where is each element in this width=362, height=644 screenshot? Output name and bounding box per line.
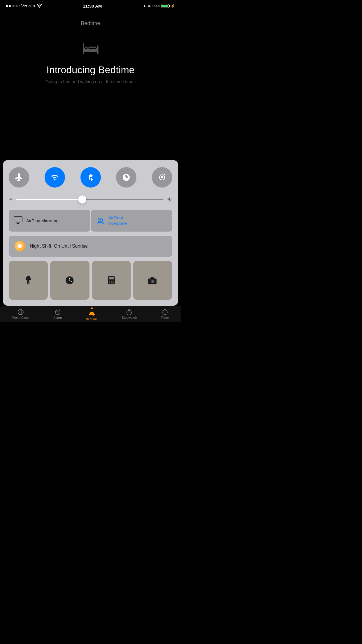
airplay-mirroring-button[interactable]: AirPlay Mirroring xyxy=(9,210,90,232)
wifi-status-icon xyxy=(37,4,42,8)
airplay-label: AirPlay Mirroring xyxy=(26,218,59,224)
svg-line-11 xyxy=(17,244,18,244)
svg-line-38 xyxy=(58,312,59,313)
status-left: Verizon xyxy=(6,4,42,8)
svg-line-39 xyxy=(55,309,56,310)
brightness-high-icon: ☀ xyxy=(166,196,172,203)
signal-dot-3 xyxy=(12,5,14,7)
tab-stopwatch-label: Stopwatch xyxy=(122,316,137,319)
brightness-thumb[interactable] xyxy=(78,195,86,204)
brightness-fill xyxy=(16,199,82,200)
svg-line-12 xyxy=(22,248,22,249)
bed-icon: 🛏 xyxy=(6,38,175,58)
svg-point-27 xyxy=(113,281,114,282)
signal-dot-5 xyxy=(17,5,20,7)
svg-rect-41 xyxy=(89,314,95,315)
brightness-row: ☀ ☀ xyxy=(9,196,172,203)
svg-point-30 xyxy=(113,282,114,284)
svg-rect-15 xyxy=(27,276,30,277)
airdrop-button[interactable]: AirDrop:Everyone xyxy=(91,210,173,232)
svg-rect-2 xyxy=(14,217,22,222)
background-app: Bedtime 🛏 Introducing Bedtime Going to b… xyxy=(0,12,181,90)
svg-point-5 xyxy=(99,219,101,220)
tab-bedtime-label: Bedtime xyxy=(86,317,98,321)
svg-point-28 xyxy=(109,282,110,284)
svg-point-29 xyxy=(111,282,112,284)
bluetooth-status-icon: ∗ xyxy=(148,4,151,8)
carrier-label: Verizon xyxy=(21,4,35,8)
airdrop-icon xyxy=(96,216,105,226)
tab-world-clock-label: World Clock xyxy=(12,316,29,319)
svg-point-26 xyxy=(111,281,112,282)
svg-point-0 xyxy=(54,179,55,180)
media-row: AirPlay Mirroring AirDrop:Everyone xyxy=(9,210,172,232)
do-not-disturb-button[interactable] xyxy=(116,167,136,188)
camera-button[interactable] xyxy=(133,261,172,300)
tab-alarm[interactable]: Alarm xyxy=(53,309,62,319)
tab-world-clock[interactable]: World Clock xyxy=(12,309,29,319)
battery-percent: 99% xyxy=(152,4,160,8)
svg-line-14 xyxy=(17,248,18,249)
rotation-lock-button[interactable] xyxy=(152,167,172,188)
intro-heading: Introducing Bedtime xyxy=(6,64,175,76)
tab-stopwatch[interactable]: Stopwatch xyxy=(122,309,137,319)
signal-dot-2 xyxy=(9,5,11,7)
control-center: ☀ ☀ AirPlay Mirroring xyxy=(3,160,178,306)
airplay-icon xyxy=(13,216,23,225)
svg-rect-17 xyxy=(28,282,29,284)
signal-dot-4 xyxy=(15,5,17,7)
svg-line-13 xyxy=(22,244,22,244)
svg-point-32 xyxy=(152,280,154,283)
svg-point-6 xyxy=(18,244,22,248)
svg-point-22 xyxy=(69,280,70,281)
battery-icon xyxy=(161,4,169,8)
status-bar: Verizon 11:30 AM ▲ ∗ 99% ⚡ xyxy=(0,0,181,12)
brightness-low-icon: ☀ xyxy=(9,197,13,202)
svg-rect-1 xyxy=(161,176,163,178)
toggle-row xyxy=(9,167,172,188)
quick-access-row xyxy=(9,261,172,300)
night-shift-label: Night Shift: On Until Sunrise xyxy=(30,244,88,249)
charging-icon: ⚡ xyxy=(171,4,175,8)
flashlight-button[interactable] xyxy=(9,261,48,300)
svg-rect-24 xyxy=(109,277,114,279)
app-title: Bedtime xyxy=(6,20,175,27)
intro-subtext: Going to bed and waking up at the same t… xyxy=(6,79,175,84)
svg-point-25 xyxy=(109,281,110,282)
tab-active-dot xyxy=(91,307,93,309)
bluetooth-button[interactable] xyxy=(80,167,101,188)
airplane-mode-button[interactable] xyxy=(9,167,29,188)
svg-marker-3 xyxy=(16,223,20,224)
night-shift-icon xyxy=(15,241,25,251)
wifi-button[interactable] xyxy=(45,167,65,188)
tab-bar: World Clock Alarm Bedtime Stopwatch xyxy=(0,306,181,322)
clock-button[interactable] xyxy=(50,261,89,300)
calculator-button[interactable] xyxy=(92,261,131,300)
night-shift-button[interactable]: Night Shift: On Until Sunrise xyxy=(9,236,172,257)
brightness-slider[interactable] xyxy=(16,199,163,200)
status-time: 11:30 AM xyxy=(83,4,102,8)
airdrop-label: AirDrop:Everyone xyxy=(108,215,127,226)
tab-alarm-label: Alarm xyxy=(53,316,62,319)
tab-timer[interactable]: Timer xyxy=(161,309,169,319)
signal-dots xyxy=(6,5,20,7)
location-icon: ▲ xyxy=(143,4,146,8)
svg-line-40 xyxy=(59,309,60,310)
tab-bedtime[interactable]: Bedtime xyxy=(86,307,98,321)
signal-dot-1 xyxy=(6,5,8,7)
tab-timer-label: Timer xyxy=(161,316,169,319)
status-right: ▲ ∗ 99% ⚡ xyxy=(143,4,175,8)
svg-line-47 xyxy=(131,310,132,310)
svg-point-33 xyxy=(150,279,150,280)
